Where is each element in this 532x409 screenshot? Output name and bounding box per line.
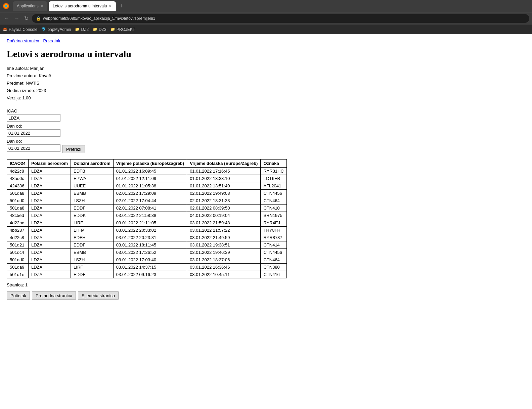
icao-input[interactable] <box>7 114 60 122</box>
table-row: 501dc4LDZAEBMB03.01.2022 17:26:5203.01.2… <box>7 249 287 256</box>
col-icao24: ICAO24 <box>7 160 29 168</box>
table-cell: LDZA <box>28 168 71 175</box>
col-oznaka: Oznaka <box>261 160 286 168</box>
table-cell: EDDF <box>71 271 114 278</box>
search-button[interactable]: Pretraži <box>62 145 85 153</box>
table-cell: 03.01.2022 20:33:02 <box>113 227 187 234</box>
table-cell: 03.01.2022 21:57:22 <box>187 227 261 234</box>
table-cell: LDZA <box>28 182 71 190</box>
next-page-button[interactable]: Sljedeća stranica <box>78 291 119 300</box>
tab-applications-label: Applications <box>17 4 39 8</box>
table-row: 48c5edLDZAEDDK03.01.2022 21:58:3804.01.2… <box>7 212 287 219</box>
table-cell: RYR31HC <box>261 168 286 175</box>
table-cell: SRN1975 <box>261 212 286 219</box>
table-cell: CTN464 <box>261 256 286 264</box>
table-cell: EDDF <box>71 204 114 212</box>
table-cell: 03.01.2022 18:37:06 <box>187 256 261 264</box>
back-button[interactable]: ← <box>3 15 11 22</box>
table-cell: 03.01.2022 21:59:48 <box>187 219 261 227</box>
tab-letovi[interactable]: Letovi s aerodroma u intervalu × <box>49 1 116 11</box>
year-row: Godina izrade: 2023 <box>7 87 525 94</box>
bookmark-payara[interactable]: 🦊 Payara Console <box>3 27 37 32</box>
table-row: 501da8LDZAEDDF02.01.2022 07:08:4102.01.2… <box>7 204 287 212</box>
tab-applications[interactable]: Applications × <box>13 1 47 11</box>
bookmark-dz2[interactable]: 📁 DZ2 <box>75 27 89 32</box>
table-cell: EPWA <box>71 175 114 182</box>
table-cell: LDZA <box>28 256 71 264</box>
prev-page-button[interactable]: Prethodna stranica <box>32 291 76 300</box>
table-cell: CTN464 <box>261 197 286 204</box>
dan-do-label: Dan do: <box>7 139 525 144</box>
table-cell: EDTB <box>71 168 114 175</box>
first-page-button[interactable]: Početak <box>7 291 30 300</box>
bookmark-dz3-label: DZ3 <box>99 27 106 32</box>
table-cell: 4d22bc <box>7 219 29 227</box>
table-cell: 01.01.2022 16:09:45 <box>113 168 187 175</box>
table-cell: 4d22c8 <box>7 168 29 175</box>
table-cell: 501dd0 <box>7 256 29 264</box>
table-row: 501d21LDZAEDDF03.01.2022 18:11:4503.01.2… <box>7 241 287 249</box>
table-cell: EDDK <box>71 212 114 219</box>
dan-do-input[interactable] <box>7 144 60 152</box>
table-cell: 424336 <box>7 182 29 190</box>
payara-icon: 🦊 <box>3 27 7 32</box>
year-label: Godina izrade: <box>7 88 35 93</box>
author-name-label: Ime autora: <box>7 66 29 71</box>
author-name-row: Ime autora: Marijan <box>7 65 525 72</box>
table-cell: CTN410 <box>261 204 286 212</box>
table-cell: 501da8 <box>7 190 29 197</box>
table-cell: 02.01.2022 17:04:44 <box>113 197 187 204</box>
table-cell: LDZA <box>28 197 71 204</box>
table-cell: LTFM <box>71 227 114 234</box>
version-value: 1.00 <box>22 95 31 100</box>
table-cell: 03.01.2022 10:45:11 <box>187 271 261 278</box>
refresh-button[interactable]: ↻ <box>23 14 30 22</box>
table-cell: 01.01.2022 12:11:09 <box>113 175 187 182</box>
page-info: Stranica: 1 <box>7 282 525 287</box>
table-cell: 4bb287 <box>7 227 29 234</box>
table-cell: LSZH <box>71 197 114 204</box>
table-cell: 03.01.2022 19:46:39 <box>187 249 261 256</box>
table-cell: 03.01.2022 21:58:38 <box>113 212 187 219</box>
table-cell: 03.01.2022 14:37:15 <box>113 264 187 271</box>
bookmark-dz2-label: DZ2 <box>81 27 89 32</box>
new-tab-button[interactable]: + <box>117 1 127 11</box>
table-cell: 501d1e <box>7 271 29 278</box>
table-cell: 03.01.2022 18:11:45 <box>113 241 187 249</box>
version-label: Verzija: <box>7 95 21 100</box>
dan-od-input[interactable] <box>7 129 60 137</box>
bookmark-dz3[interactable]: 📁 DZ3 <box>93 27 106 32</box>
bookmark-projekt[interactable]: 📁 PROJEKT <box>110 27 135 32</box>
bookmark-phpmyadmin[interactable]: 🐬 phpMyAdmin <box>41 27 71 32</box>
table-cell: 01.01.2022 13:33:10 <box>187 175 261 182</box>
subject-value: NWTiS <box>26 81 39 86</box>
page-number: Stranica: 1 <box>7 282 28 287</box>
table-header: ICAO24 Polazni aerodrom Dolazni aerodrom… <box>7 160 287 168</box>
table-body: 4d22c8LDZAEDTB01.01.2022 16:09:4501.01.2… <box>7 168 287 278</box>
author-surname-label: Prezime autora: <box>7 73 38 78</box>
table-cell: 4d22c8 <box>7 234 29 241</box>
home-link[interactable]: Početna stranica <box>7 38 39 43</box>
subject-row: Predmet: NWTiS <box>7 80 525 87</box>
table-row: 4bb287LDZALTFM03.01.2022 20:33:0203.01.2… <box>7 227 287 234</box>
back-link[interactable]: Povratak <box>43 38 60 43</box>
table-cell: CTN416 <box>261 271 286 278</box>
table-cell: 02.01.2022 07:08:41 <box>113 204 187 212</box>
table-header-row: ICAO24 Polazni aerodrom Dolazni aerodrom… <box>7 160 287 168</box>
table-cell: LDZA <box>28 190 71 197</box>
table-cell: 48ad0c <box>7 175 29 182</box>
table-cell: 501d21 <box>7 241 29 249</box>
table-cell: 01.01.2022 11:05:38 <box>113 182 187 190</box>
dz2-folder-icon: 📁 <box>75 27 80 32</box>
table-cell: AFL2041 <box>261 182 286 190</box>
bookmarks-bar: 🦊 Payara Console 🐬 phpMyAdmin 📁 DZ2 📁 DZ… <box>0 24 532 34</box>
forward-button[interactable]: → <box>13 15 21 22</box>
table-cell: 02.01.2022 19:49:08 <box>187 190 261 197</box>
url-text: webpredmeti:8080/mkovac_aplikacija_5/mvc… <box>43 16 155 21</box>
address-bar[interactable]: 🔒 webpredmeti:8080/mkovac_aplikacija_5/m… <box>32 14 529 23</box>
tab-applications-close-icon[interactable]: × <box>41 3 43 9</box>
search-form: ICAO: Dan od: Dan do: Pretraži <box>7 108 525 154</box>
phpmyadmin-icon: 🐬 <box>41 27 46 32</box>
tab-letovi-close-icon[interactable]: × <box>109 3 112 9</box>
table-cell: LDZA <box>28 219 71 227</box>
